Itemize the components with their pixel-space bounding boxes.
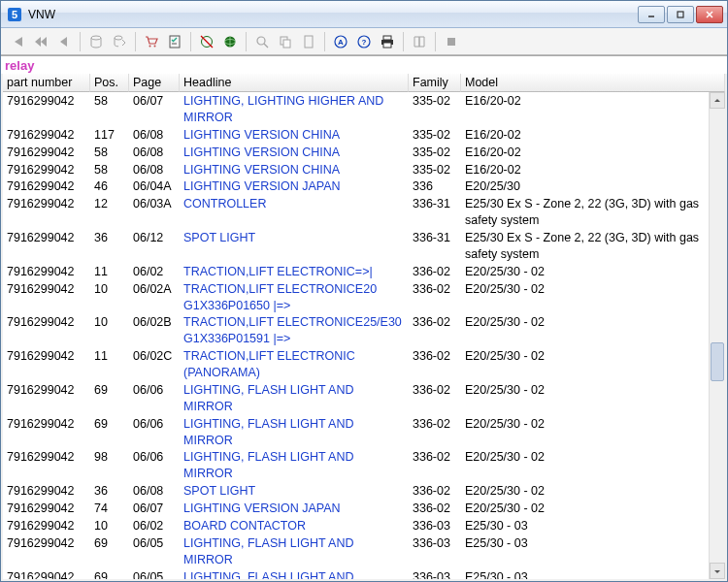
svg-point-8: [149, 45, 151, 47]
headline-link[interactable]: SPOT LIGHT: [180, 482, 409, 500]
cell-model: E20/25/30 - 02: [461, 482, 709, 500]
nav-back-button[interactable]: [53, 31, 75, 52]
globe-button[interactable]: [219, 31, 241, 52]
cell-family: 336-03: [409, 568, 461, 580]
cell-pos: 10: [90, 313, 129, 347]
cell-page: 06/03A: [129, 195, 180, 229]
checklist-button[interactable]: [164, 31, 185, 52]
globe-crossed-button[interactable]: [196, 31, 217, 52]
cell-pos: 36: [90, 229, 129, 263]
cell-pn: 7916299042: [3, 517, 90, 534]
cell-pn: 7916299042: [3, 500, 90, 517]
headline-link[interactable]: LIGHTING VERSION CHINA: [180, 144, 409, 161]
cell-page: 06/12: [129, 229, 180, 263]
db-next-button[interactable]: [109, 31, 130, 52]
cell-page: 06/07: [129, 92, 180, 126]
cell-model: E25/30 - 03: [461, 568, 709, 580]
col-family[interactable]: Family: [409, 74, 461, 92]
headline-link[interactable]: LIGHTING VERSION CHINA: [180, 161, 409, 178]
col-model[interactable]: Model: [461, 74, 725, 92]
cell-model: E20/25/30 - 02: [461, 313, 709, 347]
cell-model: E16/20-02: [461, 92, 709, 126]
svg-text:5: 5: [12, 9, 17, 20]
cell-model: E20/25/30 - 02: [461, 347, 709, 381]
headline-link[interactable]: LIGHTING, FLASH LIGHT AND MIRROR: [180, 534, 409, 568]
cell-model: E25/30 Ex S - Zone 2, 22 (3G, 3D) with g…: [461, 195, 709, 229]
cell-page: 06/06: [129, 415, 180, 449]
toolbar-separator: [80, 32, 81, 51]
cell-page: 06/02A: [129, 280, 180, 314]
cell-pos: 69: [90, 568, 129, 580]
db-open-button[interactable]: [85, 31, 107, 52]
headline-link[interactable]: TRACTION,LIFT ELECTRONIC=>|: [180, 263, 409, 280]
minimize-button[interactable]: [638, 6, 665, 23]
toolbar-separator: [435, 32, 436, 51]
headline-link[interactable]: LIGHTING, FLASH LIGHT AND MIRROR: [180, 381, 409, 415]
cell-pn: 7916299042: [3, 263, 90, 280]
headline-link[interactable]: LIGHTING, FLASH LIGHT AND MIRROR: [180, 415, 409, 449]
maximize-button[interactable]: [667, 6, 694, 23]
scroll-thumb[interactable]: [711, 342, 724, 381]
nav-fast-back-button[interactable]: [30, 31, 51, 52]
cell-pos: 10: [90, 280, 129, 314]
headline-link[interactable]: TRACTION,LIFT ELECTRONICE25/E30 G1X336P0…: [180, 313, 409, 347]
cart-button[interactable]: [141, 31, 162, 52]
col-headline[interactable]: Headline: [180, 74, 409, 92]
cell-pn: 7916299042: [3, 92, 90, 126]
document-button[interactable]: [298, 31, 319, 52]
cell-family: 336-02: [409, 482, 461, 500]
vertical-scrollbar[interactable]: [709, 92, 725, 579]
cell-family: 336-02: [409, 381, 461, 415]
headline-link[interactable]: BOARD CONTACTOR: [180, 517, 409, 534]
headline-link[interactable]: CONTROLLER: [180, 195, 409, 229]
cell-model: E20/25/30: [461, 178, 709, 195]
print-button[interactable]: [377, 31, 398, 52]
cell-family: 335-02: [409, 161, 461, 178]
cell-pn: 7916299042: [3, 161, 90, 178]
copy-button[interactable]: [275, 31, 296, 52]
headline-link[interactable]: LIGHTING, FLASH LIGHT AND MIRROR: [180, 568, 409, 580]
cell-page: 06/06: [129, 448, 180, 482]
headline-link[interactable]: LIGHTING VERSION JAPAN: [180, 178, 409, 195]
cell-family: 335-02: [409, 92, 461, 126]
cell-pos: 36: [90, 482, 129, 500]
headline-link[interactable]: TRACTION,LIFT ELECTRONICE20 G1X336P01650…: [180, 280, 409, 314]
cell-pos: 69: [90, 381, 129, 415]
cell-pos: 11: [90, 263, 129, 280]
cell-model: E25/30 - 03: [461, 517, 709, 534]
headline-link[interactable]: LIGHTING, FLASH LIGHT AND MIRROR: [180, 448, 409, 482]
alpha-circle-button[interactable]: A: [330, 31, 351, 52]
stop-button[interactable]: [441, 31, 462, 52]
cell-page: 06/08: [129, 144, 180, 161]
toolbar: A ?: [1, 28, 727, 55]
cell-family: 336-31: [409, 195, 461, 229]
cell-family: 336: [409, 178, 461, 195]
zoom-button[interactable]: [251, 31, 273, 52]
col-page[interactable]: Page: [129, 74, 180, 92]
col-part-number[interactable]: part number: [3, 74, 90, 92]
question-circle-button[interactable]: ?: [353, 31, 375, 52]
cell-pos: 74: [90, 500, 129, 517]
headline-link[interactable]: LIGHTING VERSION CHINA: [180, 126, 409, 144]
headline-link[interactable]: SPOT LIGHT: [180, 229, 409, 263]
headline-link[interactable]: TRACTION,LIFT ELECTRONIC (PANORAMA): [180, 347, 409, 381]
headline-link[interactable]: LIGHTING VERSION JAPAN: [180, 500, 409, 517]
scroll-down-arrow[interactable]: [710, 563, 725, 579]
cell-page: 06/05: [129, 534, 180, 568]
book-button[interactable]: [409, 31, 430, 52]
svg-point-7: [115, 36, 122, 40]
headline-link[interactable]: LIGHTING, LIGHTING HIGHER AND MIRROR: [180, 92, 409, 126]
close-button[interactable]: [696, 6, 723, 23]
cell-pn: 7916299042: [3, 568, 90, 580]
nav-first-button[interactable]: [7, 31, 28, 52]
scroll-up-arrow[interactable]: [710, 92, 725, 109]
cell-page: 06/06: [129, 381, 180, 415]
col-pos[interactable]: Pos.: [90, 74, 129, 92]
cell-page: 06/08: [129, 482, 180, 500]
cell-pos: 69: [90, 415, 129, 449]
cell-pos: 58: [90, 92, 129, 126]
titlebar: 5 VNW: [1, 1, 727, 28]
cell-model: E20/25/30 - 02: [461, 381, 709, 415]
app-icon: 5: [7, 7, 22, 22]
table-body: 79162990425806/07LIGHTING, LIGHTING HIGH…: [3, 92, 709, 579]
